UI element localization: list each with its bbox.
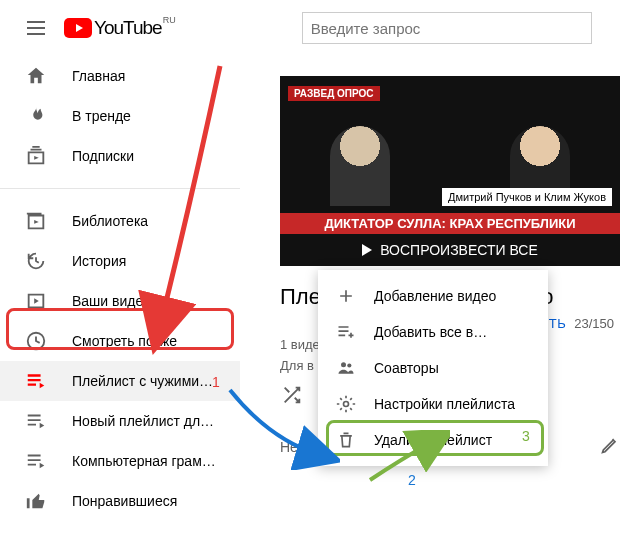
sidebar-item-liked[interactable]: Понравившиеся bbox=[0, 481, 240, 521]
sidebar-item-label: Библиотека bbox=[72, 213, 148, 229]
annotation-number-3: 3 bbox=[522, 428, 530, 444]
sidebar-divider bbox=[0, 188, 240, 189]
play-all-button[interactable]: ВОСПРОИЗВЕСТИ ВСЕ bbox=[280, 242, 620, 258]
sidebar-item-home[interactable]: Главная bbox=[0, 56, 240, 96]
sidebar-item-playlist-comp[interactable]: Компьютерная грам… bbox=[0, 441, 240, 481]
menu-item-label: Соавторы bbox=[374, 360, 439, 376]
home-icon bbox=[24, 64, 48, 88]
your-videos-icon bbox=[24, 289, 48, 313]
sidebar-item-playlist-new[interactable]: Новый плейлист дл… bbox=[0, 401, 240, 441]
sidebar-item-label: Компьютерная грам… bbox=[72, 453, 216, 469]
sidebar-item-label: Новый плейлист дл… bbox=[72, 413, 214, 429]
clock-icon bbox=[24, 329, 48, 353]
sidebar-item-trending[interactable]: В тренде bbox=[0, 96, 240, 136]
svg-point-4 bbox=[341, 362, 346, 367]
library-icon bbox=[24, 209, 48, 233]
playlist-icon bbox=[24, 369, 48, 393]
youtube-logo[interactable]: YouTube RU bbox=[64, 17, 162, 39]
pencil-icon bbox=[600, 435, 620, 455]
play-icon bbox=[362, 244, 372, 256]
playlist-thumbnail[interactable]: РАЗВЕД ОПРОС Дмитрий Пучков и Клим Жуков… bbox=[280, 76, 620, 266]
sidebar: Главная В тренде Подписки Библиотека Ист… bbox=[0, 56, 240, 521]
sidebar-item-label: Понравившиеся bbox=[72, 493, 177, 509]
svg-point-5 bbox=[347, 363, 351, 367]
menu-item-delete[interactable]: Удалить плейлист bbox=[318, 422, 548, 458]
sidebar-item-watch-later[interactable]: Смотреть позже bbox=[0, 321, 240, 361]
sidebar-item-history[interactable]: История bbox=[0, 241, 240, 281]
people-icon bbox=[334, 358, 358, 378]
hamburger-menu-button[interactable] bbox=[16, 8, 56, 48]
logo-text: YouTube bbox=[94, 17, 162, 39]
menu-item-collaborators[interactable]: Соавторы bbox=[318, 350, 548, 386]
sidebar-item-label: Плейлист с чужими… bbox=[72, 373, 213, 389]
playlist-icon bbox=[24, 409, 48, 433]
annotation-number-2: 2 bbox=[408, 472, 416, 488]
edit-description-button[interactable] bbox=[600, 435, 620, 458]
sidebar-item-label: История bbox=[72, 253, 126, 269]
search-input[interactable] bbox=[302, 12, 592, 44]
sidebar-item-label: В тренде bbox=[72, 108, 131, 124]
menu-item-add-all[interactable]: Добавить все в… bbox=[318, 314, 548, 350]
thumbnail-caption: Дмитрий Пучков и Клим Жуков bbox=[442, 188, 612, 206]
sidebar-item-library[interactable]: Библиотека bbox=[0, 201, 240, 241]
playlist-add-icon bbox=[334, 322, 358, 342]
playlist-icon bbox=[24, 449, 48, 473]
shuffle-icon bbox=[281, 384, 303, 406]
play-all-label: ВОСПРОИЗВЕСТИ ВСЕ bbox=[380, 242, 538, 258]
subscriptions-icon bbox=[24, 144, 48, 168]
menu-item-label: Удалить плейлист bbox=[374, 432, 492, 448]
history-icon bbox=[24, 249, 48, 273]
svg-point-6 bbox=[344, 402, 349, 407]
playlist-counter: 23/150 bbox=[574, 316, 614, 331]
thumbnail-person bbox=[330, 126, 390, 206]
sidebar-item-label: Подписки bbox=[72, 148, 134, 164]
menu-item-label: Настройки плейлиста bbox=[374, 396, 515, 412]
sidebar-item-subscriptions[interactable]: Подписки bbox=[0, 136, 240, 176]
sidebar-item-label: Смотреть позже bbox=[72, 333, 177, 349]
hamburger-icon bbox=[24, 16, 48, 40]
fire-icon bbox=[24, 104, 48, 128]
plus-icon bbox=[334, 286, 358, 306]
sidebar-item-your-videos[interactable]: Ваши видео bbox=[0, 281, 240, 321]
sidebar-item-label: Главная bbox=[72, 68, 125, 84]
thumbnail-title: ДИКТАТОР СУЛЛА: КРАХ РЕСПУБЛИКИ bbox=[280, 213, 620, 234]
menu-item-label: Добавить все в… bbox=[374, 324, 487, 340]
sidebar-item-playlist-active[interactable]: Плейлист с чужими… bbox=[0, 361, 240, 401]
menu-item-add-video[interactable]: Добавление видео bbox=[318, 278, 548, 314]
thumb-up-icon bbox=[24, 489, 48, 513]
trash-icon bbox=[334, 430, 358, 450]
playlist-actions-menu: Добавление видео Добавить все в… Соавтор… bbox=[318, 270, 548, 466]
sidebar-item-label: Ваши видео bbox=[72, 293, 151, 309]
youtube-play-icon bbox=[64, 18, 92, 38]
header: YouTube RU bbox=[0, 0, 630, 56]
gear-icon bbox=[334, 394, 358, 414]
shuffle-button[interactable] bbox=[280, 383, 304, 407]
thumbnail-badge: РАЗВЕД ОПРОС bbox=[288, 86, 380, 101]
country-code: RU bbox=[163, 15, 176, 25]
menu-item-label: Добавление видео bbox=[374, 288, 496, 304]
menu-item-settings[interactable]: Настройки плейлиста bbox=[318, 386, 548, 422]
annotation-number-1: 1 bbox=[212, 374, 220, 390]
